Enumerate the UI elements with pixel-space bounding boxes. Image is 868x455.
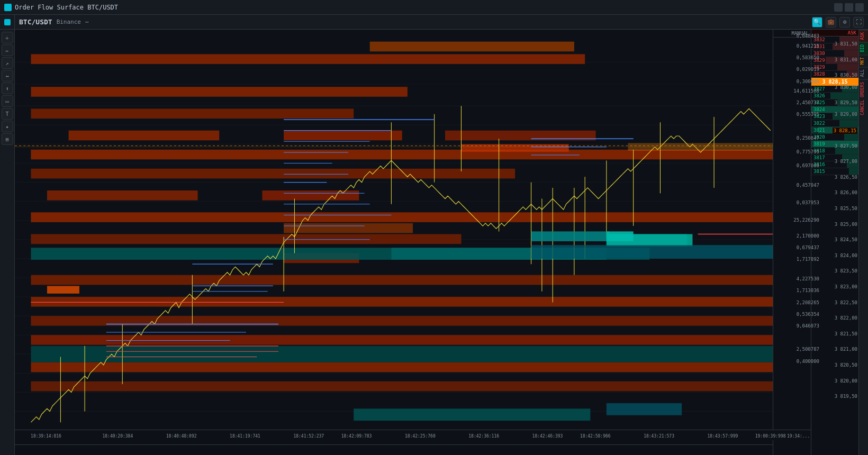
svg-rect-27 [31,150,779,160]
order-book-panel: ASK 3832 3831 3830 3829 [811,30,858,455]
left-toolbar: ✛ ✏ ↗ ↔ ⬆ ▭ T ✦ ⊞ [0,30,15,455]
svg-rect-23 [31,87,407,97]
ob-bid-row: 3827 [811,86,858,93]
ob-bid-row: 3824 [811,106,858,113]
ob-price: 3826 [813,93,825,98]
ob-bid-row: 3815 [811,168,858,175]
window-title: Order Flow Surface BTC/USDT [15,4,118,11]
ob-bid-row: 3823 [811,113,858,120]
more-options-button[interactable]: ⋯ [85,19,89,25]
svg-rect-31 [31,212,779,222]
time-label-5: 18:42:09:783 [341,434,372,439]
close-button[interactable] [855,3,864,12]
svg-rect-26 [284,131,402,141]
svg-rect-22 [370,42,574,52]
expand-icon-button[interactable]: ⛶ [853,17,864,28]
svg-rect-47 [31,346,779,362]
minimize-button[interactable] [834,3,843,12]
svg-rect-24 [31,108,354,119]
ob-ask-row: 3829 [811,57,858,64]
time-label-2: 18:40:48:092 [166,434,197,439]
ob-price: 3823 [813,114,825,119]
maximize-button[interactable] [845,3,853,12]
all-button[interactable]: ALL [859,67,868,79]
time-label-12: 19:00:39:998 [755,434,786,439]
ob-bid-row: 3819 [811,141,858,148]
ob-bid-row: 3816 [811,161,858,168]
ob-ask-row: 3829 [811,64,858,71]
exchange-name: Binance [57,19,81,25]
ob-bid-row: 3825 [811,99,858,106]
layers-tool[interactable]: ⊞ [2,133,13,145]
mkt-button[interactable]: MKT [859,54,868,67]
ob-bid-row: 3818 [811,148,858,154]
svg-rect-99 [607,231,634,241]
ob-price: 3820 [813,134,825,140]
ob-price: 3831 [813,44,825,49]
ob-price: 3825 [813,100,825,105]
measure-tool[interactable]: ⬆ [2,83,13,94]
draw-tool[interactable]: ✏ [2,44,13,56]
ob-price: 3832 [813,37,825,42]
window-controls[interactable] [834,3,864,12]
rectangle-tool[interactable]: ▭ [2,95,13,107]
header-content: BTC/USDT Binance ⋯ 🔍 💼 ⚙ ⛶ [15,15,868,29]
dropper-tool[interactable]: ✦ [2,121,13,132]
search-icon-button[interactable]: 🔍 [812,17,822,28]
svg-rect-97 [531,245,811,259]
header-row: BTC/USDT Binance ⋯ 🔍 💼 ⚙ ⛶ [0,15,868,30]
titlebar: Order Flow Surface BTC/USDT [0,0,868,15]
ob-price: 3829 [813,58,825,63]
svg-rect-33 [284,223,413,233]
time-label-1: 18:40:20:384 [102,434,133,439]
app-icon [4,4,12,11]
ob-price: 3817 [813,155,825,160]
svg-rect-98 [607,403,682,415]
svg-rect-95 [531,231,609,241]
ob-ask-row: 3828 [811,71,858,78]
ob-price: 3815 [813,169,825,174]
ob-bid-row: 3822 [811,120,858,127]
chart-container[interactable]: MANUAL [15,30,811,455]
svg-rect-32 [31,234,461,244]
cancel-orders-button[interactable]: CANCEL ORDERS [859,79,868,117]
chart-svg [15,30,811,455]
time-label-13: 19:34:... [787,434,810,439]
svg-rect-21 [31,54,585,64]
current-price-display: 3 828,15 [811,78,858,86]
arrow-tool[interactable]: ↗ [2,57,13,69]
main-area: ✛ ✏ ↗ ↔ ⬆ ▭ T ✦ ⊞ [0,30,868,455]
svg-rect-39 [31,362,779,372]
header-actions: 🔍 💼 ⚙ ⛶ [812,17,864,28]
wallet-icon-button[interactable]: 💼 [826,17,836,28]
ob-price: 3828 [813,71,825,77]
settings-icon-button[interactable]: ⚙ [839,17,850,28]
ob-bid-row: 3820 [811,134,858,141]
text-tool[interactable]: T [2,108,13,120]
svg-rect-29 [47,190,198,201]
ob-price: 3829 [813,65,825,70]
app-logo-icon [4,19,11,25]
ruler-tool[interactable]: ↔ [2,70,13,81]
time-label-3: 18:41:19:741 [230,434,260,439]
time-label-7: 18:42:36:116 [468,434,499,439]
ask-header: ASK [811,30,858,37]
ob-price: 3830 [813,51,825,56]
ob-ask-row: 3830 [811,50,858,57]
svg-rect-48 [354,408,590,421]
bid-button[interactable]: BID [859,42,868,54]
ob-price: 3816 [813,162,825,167]
time-label-11: 18:43:57:999 [707,434,738,439]
price-axis: MANUAL [773,30,811,455]
trading-pair[interactable]: BTC/USDT [19,18,52,26]
svg-rect-36 [31,297,779,307]
time-label-0: 18:39:14:816 [31,434,61,439]
time-label-4: 18:41:52:237 [293,434,324,439]
ask-button[interactable]: ASK [859,30,868,42]
ob-price: 3822 [813,121,825,126]
time-label-9: 18:42:58:966 [580,434,611,439]
ob-bid-row: 3821 [811,127,858,134]
side-action-buttons: ASK BID MKT ALL CANCEL ORDERS [858,30,868,455]
manual-label: MANUAL [773,30,811,38]
crosshair-tool[interactable]: ✛ [2,32,13,43]
